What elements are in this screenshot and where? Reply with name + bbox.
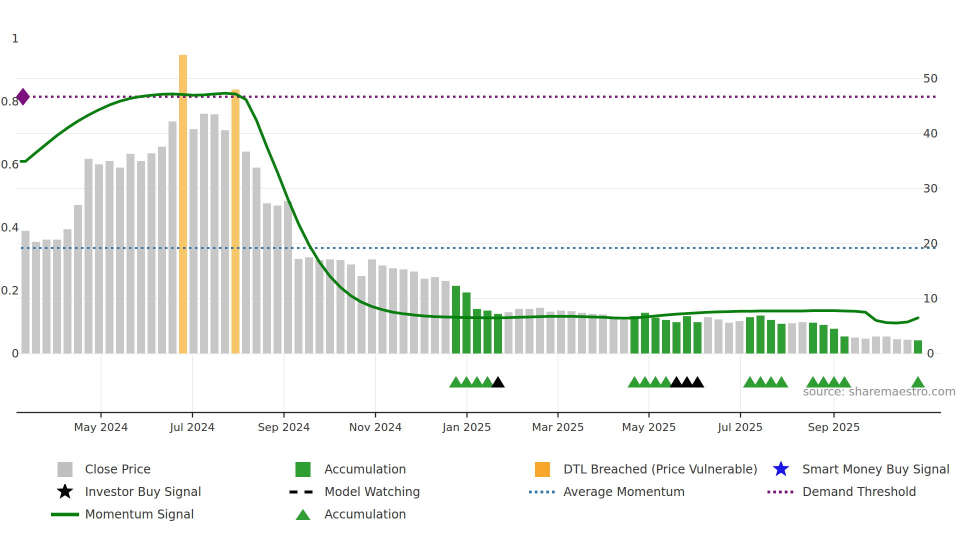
close-price-bar bbox=[126, 154, 134, 354]
legend-swatch-dashes-icon bbox=[289, 484, 317, 500]
close-price-bar bbox=[610, 318, 618, 354]
close-price-bar bbox=[221, 130, 229, 354]
close-price-bar bbox=[851, 338, 859, 354]
close-price-bar bbox=[410, 272, 418, 354]
close-price-bar bbox=[32, 242, 40, 354]
close-price-bar bbox=[862, 338, 870, 354]
x-tick-label: Jul 2024 bbox=[169, 421, 215, 434]
close-price-bar bbox=[347, 264, 355, 354]
accumulation-bar bbox=[494, 314, 502, 354]
close-price-bar bbox=[200, 114, 208, 354]
right-axis-tick-label: 40 bbox=[923, 127, 938, 140]
close-price-bar bbox=[252, 168, 260, 354]
close-price-bar bbox=[316, 260, 324, 354]
accumulation-bar bbox=[630, 316, 638, 354]
accumulation-bar bbox=[756, 316, 764, 354]
close-price-bar bbox=[148, 154, 156, 354]
close-price-bar bbox=[788, 324, 796, 354]
close-price-bar bbox=[904, 340, 912, 354]
close-price-bar bbox=[620, 320, 628, 354]
legend-swatch-dots-icon bbox=[528, 484, 556, 500]
legend-swatch-star-icon bbox=[767, 462, 795, 478]
accumulation-bar bbox=[662, 320, 670, 354]
accumulation-bar bbox=[683, 316, 691, 354]
close-price-bar bbox=[893, 339, 901, 354]
x-tick-label: Mar 2025 bbox=[532, 421, 584, 434]
right-axis-tick-label: 10 bbox=[923, 292, 938, 305]
close-price-bar bbox=[95, 164, 103, 354]
legend-label: Momentum Signal bbox=[85, 506, 194, 522]
legend-label: Accumulation bbox=[324, 462, 406, 478]
close-price-bar bbox=[704, 317, 712, 354]
accumulation-bar bbox=[694, 322, 702, 354]
accumulation-bar bbox=[452, 286, 460, 354]
close-price-bar bbox=[190, 129, 198, 354]
left-axis-tick-label: 0 bbox=[12, 347, 19, 360]
close-price-bar bbox=[725, 322, 733, 354]
close-price-bar bbox=[798, 322, 806, 354]
accumulation-bar bbox=[914, 340, 922, 354]
close-price-bar bbox=[263, 204, 271, 354]
legend-swatch-dots-icon bbox=[767, 484, 795, 500]
accumulation-bar bbox=[809, 322, 817, 354]
legend-swatch-line-icon bbox=[51, 506, 79, 522]
accumulation-bar bbox=[778, 324, 786, 354]
legend-swatch-square-icon bbox=[528, 462, 556, 478]
close-price-bar bbox=[872, 336, 880, 354]
accumulation-bar bbox=[641, 313, 649, 354]
x-tick-label: Jan 2025 bbox=[442, 421, 492, 434]
close-price-bars bbox=[22, 55, 922, 354]
accumulation-bar bbox=[652, 318, 660, 354]
black-triangle-marker bbox=[491, 376, 505, 388]
close-price-bar bbox=[536, 308, 544, 354]
x-tick-label: Sep 2024 bbox=[258, 421, 310, 434]
close-price-bar bbox=[336, 260, 344, 354]
close-price-bar bbox=[358, 276, 366, 354]
close-price-bar bbox=[599, 314, 607, 354]
accumulation-bar bbox=[473, 309, 481, 354]
accumulation-bar bbox=[820, 325, 828, 354]
close-price-bar bbox=[736, 321, 744, 354]
x-tick-label: May 2025 bbox=[622, 421, 676, 434]
black-triangle-marker bbox=[690, 376, 704, 388]
close-price-bar bbox=[74, 205, 82, 354]
accumulation-triangle bbox=[774, 376, 788, 388]
legend-label: Demand Threshold bbox=[802, 484, 916, 500]
x-tick-label: Jul 2025 bbox=[717, 421, 763, 434]
x-tick-label: Nov 2024 bbox=[349, 421, 402, 434]
close-price-bar bbox=[515, 309, 523, 354]
accumulation-bar bbox=[672, 322, 680, 354]
left-axis-tick-label: 0.4 bbox=[0, 221, 19, 234]
accumulation-bar bbox=[746, 317, 754, 354]
legend-label: Smart Money Buy Signal bbox=[802, 462, 950, 478]
close-price-bar bbox=[588, 314, 596, 354]
legend-swatch-square-icon bbox=[289, 462, 317, 478]
close-price-bar bbox=[137, 161, 145, 354]
close-price-bar bbox=[294, 259, 302, 354]
dtl-breached-bar bbox=[179, 55, 187, 354]
close-price-bar bbox=[274, 206, 282, 354]
right-axis-tick-label: 50 bbox=[923, 72, 938, 85]
right-axis-tick-label: 20 bbox=[923, 237, 938, 250]
right-axis-tick-label: 0 bbox=[927, 347, 934, 360]
left-axis-tick-label: 1 bbox=[12, 32, 19, 45]
legend-label: DTL Breached (Price Vulnerable) bbox=[564, 462, 758, 478]
x-tick-label: May 2024 bbox=[74, 421, 128, 434]
legend-label: Close Price bbox=[85, 462, 151, 478]
close-price-bar bbox=[158, 146, 166, 354]
close-price-bar bbox=[168, 122, 176, 354]
accumulation-bar bbox=[830, 329, 838, 354]
legend-label: Model Watching bbox=[324, 484, 420, 500]
legend-label: Average Momentum bbox=[564, 484, 685, 500]
close-price-bar bbox=[210, 114, 218, 354]
close-price-bar bbox=[714, 320, 722, 354]
left-axis-tick-label: 0.8 bbox=[0, 95, 19, 108]
legend-label: Investor Buy Signal bbox=[85, 484, 202, 500]
accumulation-bar bbox=[840, 336, 848, 354]
legend-swatch-square-icon bbox=[51, 462, 79, 478]
close-price-bar bbox=[106, 161, 114, 354]
accumulation-bar bbox=[767, 320, 775, 354]
close-price-bar bbox=[284, 201, 292, 354]
close-price-bar bbox=[22, 231, 30, 354]
momentum-signal-line bbox=[21, 94, 918, 323]
